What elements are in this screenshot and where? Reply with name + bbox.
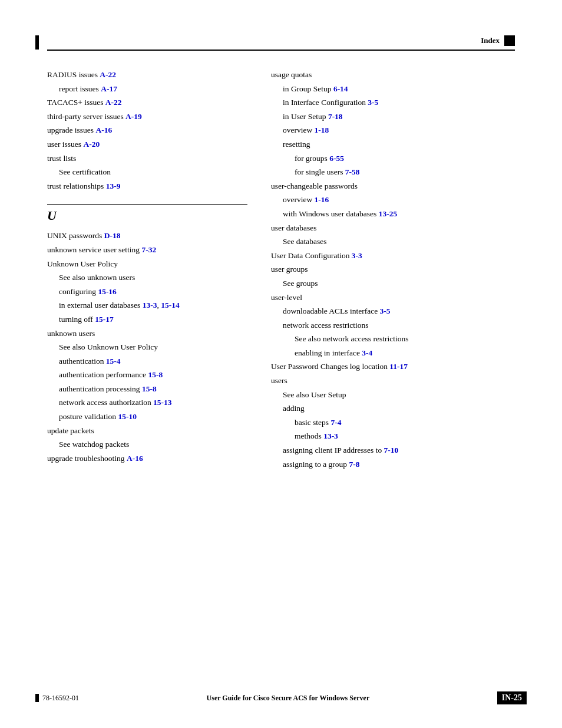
list-item: UNIX passwords D-18 [47, 229, 247, 242]
list-item: for groups 6-55 [271, 152, 515, 165]
link-upgrade-issues[interactable]: A-16 [95, 126, 112, 134]
list-item: See also User Setup [271, 388, 515, 401]
link-net-access-auth[interactable]: 15-13 [153, 398, 172, 407]
right-column: usage quotas in Group Setup 6-14 in Inte… [271, 68, 515, 472]
list-item: user-changeable passwords [271, 180, 515, 193]
list-item: posture validation 15-10 [47, 410, 247, 423]
list-item: report issues A-17 [47, 83, 247, 95]
footer-page: IN-25 [497, 691, 527, 704]
list-item: user groups [271, 263, 515, 276]
link-auth-perf[interactable]: 15-8 [148, 370, 163, 379]
list-item: in external user databases 13-3, 15-14 [47, 299, 247, 312]
footer-page-number: IN-25 [497, 691, 527, 704]
list-item: downloadable ACLs interface 3-5 [271, 305, 515, 318]
list-item: network access restrictions [271, 319, 515, 332]
link-assign-ip[interactable]: 7-10 [384, 446, 399, 454]
link-win-user-db[interactable]: 13-25 [379, 209, 398, 218]
header-title: Index [481, 36, 500, 45]
link-authentication[interactable]: 15-4 [106, 357, 121, 365]
link-trust-relationships[interactable]: 13-9 [106, 182, 121, 190]
list-item: upgrade issues A-16 [47, 124, 247, 137]
list-item: See groups [271, 277, 515, 290]
list-item: assigning to a group 7-8 [271, 458, 515, 471]
list-item: authentication 15-4 [47, 355, 247, 368]
list-item: configuring 15-16 [47, 285, 247, 298]
list-item: adding [271, 402, 515, 415]
link-unknown-service[interactable]: 7-32 [141, 245, 156, 254]
footer-left-bar [35, 694, 39, 702]
link-overview-1-16[interactable]: 1-16 [315, 195, 329, 204]
link-single-users[interactable]: 7-58 [345, 167, 360, 176]
link-overview-1-18[interactable]: 1-18 [315, 126, 329, 134]
link-thirdparty-issues[interactable]: A-19 [125, 112, 142, 121]
link-enabling-interface[interactable]: 3-4 [362, 348, 372, 357]
link-assign-group[interactable]: 7-8 [349, 460, 360, 469]
footer-center-text: User Guide for Cisco Secure ACS for Wind… [207, 694, 370, 703]
list-item: TACACS+ issues A-22 [47, 96, 247, 109]
link-turning-off[interactable]: 15-17 [95, 315, 114, 324]
link-methods[interactable]: 13-3 [323, 431, 338, 440]
list-item: See certification [47, 166, 247, 179]
list-item: update packets [47, 424, 247, 437]
list-item: See also Unknown User Policy [47, 341, 247, 354]
link-basic-steps[interactable]: 7-4 [331, 418, 342, 427]
list-item: with Windows user databases 13-25 [271, 207, 515, 220]
list-item: usage quotas [271, 68, 515, 81]
list-item: for single users 7-58 [271, 166, 515, 179]
section-u-heading: U [47, 204, 247, 223]
list-item: See also network access restrictions [271, 332, 515, 345]
list-item: See watchdog packets [47, 438, 247, 451]
list-item: trust lists [47, 152, 247, 165]
link-iface-config[interactable]: 3-5 [368, 98, 378, 107]
footer-doc-number: 78-16592-01 [42, 694, 79, 703]
list-item: authentication processing 15-8 [47, 383, 247, 396]
list-item: third-party server issues A-19 [47, 110, 247, 123]
header-black-box [504, 35, 515, 46]
list-item: user databases [271, 222, 515, 235]
list-item: See also unknown users [47, 271, 247, 284]
link-unix-passwords[interactable]: D-18 [104, 231, 121, 240]
link-user-data-config[interactable]: 3-3 [352, 251, 362, 260]
list-item: Unknown User Policy [47, 258, 247, 271]
link-upgrade-trouble[interactable]: A-16 [127, 454, 143, 463]
link-user-issues[interactable]: A-20 [84, 140, 100, 149]
list-item: in Group Setup 6-14 [271, 83, 515, 95]
link-configuring[interactable]: 15-16 [98, 287, 117, 296]
list-item: resetting [271, 138, 515, 151]
link-radius-issues[interactable]: A-22 [100, 70, 116, 79]
list-item: turning off 15-17 [47, 313, 247, 326]
link-ext-user-db[interactable]: 13-3 [143, 301, 157, 309]
list-item: unknown service user setting 7-32 [47, 243, 247, 256]
list-item: User Password Changes log location 11-17 [271, 360, 515, 373]
list-item: users [271, 374, 515, 387]
left-column: RADIUS issues A-22 report issues A-17 TA… [47, 68, 247, 472]
list-item: unknown users [47, 327, 247, 340]
main-content: RADIUS issues A-22 report issues A-17 TA… [47, 68, 515, 472]
list-item: assigning client IP addresses to 7-10 [271, 444, 515, 457]
link-pwd-changes-log[interactable]: 11-17 [389, 362, 408, 371]
list-item: user issues A-20 [47, 138, 247, 151]
list-item: user-level [271, 291, 515, 304]
link-dl-acls[interactable]: 3-5 [380, 307, 391, 315]
link-auth-proc[interactable]: 15-8 [142, 384, 157, 393]
link-for-groups[interactable]: 6-55 [329, 154, 344, 163]
link-tacacs-issues[interactable]: A-22 [105, 98, 122, 107]
section-u-letter: U [47, 208, 57, 223]
list-item: overview 1-16 [271, 193, 515, 206]
list-item: network access authorization 15-13 [47, 396, 247, 409]
list-item: overview 1-18 [271, 124, 515, 137]
link-posture-val[interactable]: 15-10 [118, 412, 137, 421]
link-group-setup[interactable]: 6-14 [333, 84, 348, 93]
list-item: See databases [271, 235, 515, 248]
link-ext-user-db2[interactable]: 15-14 [161, 301, 180, 309]
list-item: User Data Configuration 3-3 [271, 249, 515, 262]
list-item: authentication performance 15-8 [47, 368, 247, 381]
list-item: trust relationships 13-9 [47, 180, 247, 193]
list-item: upgrade troubleshooting A-16 [47, 452, 247, 465]
link-user-setup[interactable]: 7-18 [328, 112, 343, 121]
list-item: in Interface Configuration 3-5 [271, 96, 515, 109]
page-header: Index [47, 35, 515, 51]
list-item: methods 13-3 [271, 430, 515, 443]
footer-left: 78-16592-01 [35, 694, 79, 703]
link-report-issues[interactable]: A-17 [101, 84, 117, 93]
